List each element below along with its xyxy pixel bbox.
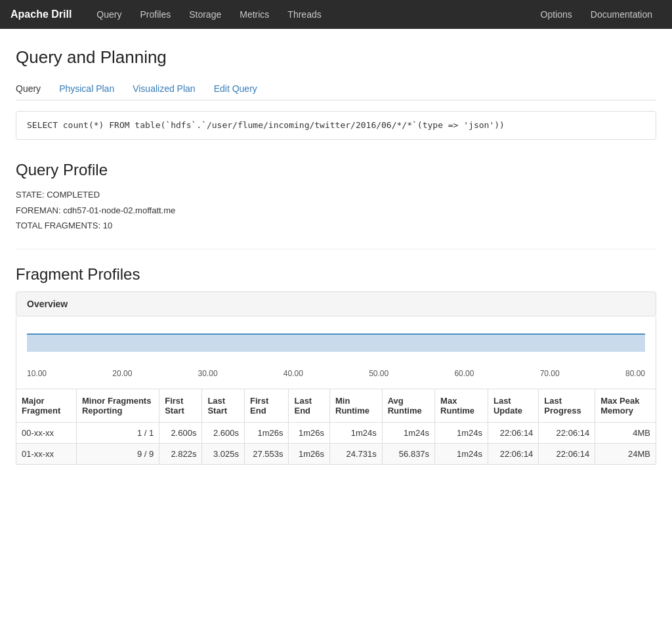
tabs: Query Physical Plan Visualized Plan Edit… bbox=[16, 78, 656, 100]
axis-label-2: 20.00 bbox=[112, 369, 132, 378]
tab-edit-query[interactable]: Edit Query bbox=[205, 78, 266, 100]
state-label: STATE: bbox=[16, 190, 45, 200]
row-0-cell-0: 00-xx-xx bbox=[16, 423, 77, 444]
overview-header: Overview bbox=[16, 291, 656, 316]
brand-logo: Apache Drill bbox=[10, 9, 72, 20]
row-1-cell-0: 01-xx-xx bbox=[16, 444, 77, 465]
table-row: 01-xx-xx9 / 92.822s3.025s27.553s1m26s24.… bbox=[16, 444, 656, 465]
col-header-max-runtime: Max Runtime bbox=[435, 389, 488, 423]
row-0-cell-9: 22:06:14 bbox=[488, 423, 538, 444]
nav-options[interactable]: Options bbox=[532, 0, 581, 29]
row-1-cell-7: 56.837s bbox=[382, 444, 434, 465]
nav-metrics[interactable]: Metrics bbox=[230, 0, 278, 29]
axis-label-7: 70.00 bbox=[540, 369, 560, 378]
row-1-cell-8: 1m24s bbox=[435, 444, 488, 465]
col-header-last-start: Last Start bbox=[202, 389, 245, 423]
row-1-cell-2: 2.822s bbox=[159, 444, 202, 465]
row-1-cell-5: 1m26s bbox=[289, 444, 330, 465]
table-body: 00-xx-xx1 / 12.600s2.600s1m26s1m26s1m24s… bbox=[16, 423, 656, 465]
row-1-cell-11: 24MB bbox=[595, 444, 656, 465]
row-0-cell-2: 2.600s bbox=[159, 423, 202, 444]
foreman-value: cdh57-01-node-02.moffatt.me bbox=[63, 205, 175, 215]
col-header-first-end: First End bbox=[245, 389, 289, 423]
tab-physical-plan[interactable]: Physical Plan bbox=[50, 78, 123, 100]
main-content: Query and Planning Query Physical Plan V… bbox=[0, 29, 672, 483]
nav-storage[interactable]: Storage bbox=[180, 0, 230, 29]
profile-info: STATE: COMPLETED FOREMAN: cdh57-01-node-… bbox=[16, 187, 656, 233]
row-0-cell-1: 1 / 1 bbox=[76, 423, 159, 444]
nav-links: Query Profiles Storage Metrics Threads bbox=[87, 0, 531, 29]
col-header-minor-fragments: Minor Fragments Reporting bbox=[76, 389, 159, 423]
foreman-label: FOREMAN: bbox=[16, 205, 61, 215]
col-header-last-end: Last End bbox=[289, 389, 330, 423]
state-value: COMPLETED bbox=[47, 190, 100, 200]
axis-label-1: 10.00 bbox=[27, 369, 47, 378]
divider bbox=[16, 249, 656, 249]
navbar: Apache Drill Query Profiles Storage Metr… bbox=[0, 0, 672, 29]
query-profile-section: Query Profile STATE: COMPLETED FOREMAN: … bbox=[16, 161, 656, 233]
nav-query[interactable]: Query bbox=[87, 0, 131, 29]
row-1-cell-1: 9 / 9 bbox=[76, 444, 159, 465]
row-0-cell-4: 1m26s bbox=[245, 423, 289, 444]
axis-label-5: 50.00 bbox=[369, 369, 388, 378]
state-line: STATE: COMPLETED bbox=[16, 187, 656, 202]
row-1-cell-10: 22:06:14 bbox=[539, 444, 595, 465]
row-1-cell-6: 24.731s bbox=[330, 444, 383, 465]
table-header-row: Major Fragment Minor Fragments Reporting… bbox=[16, 389, 656, 423]
col-header-avg-runtime: Avg Runtime bbox=[382, 389, 434, 423]
axis-label-8: 80.00 bbox=[625, 369, 645, 378]
col-header-max-peak-memory: Max Peak Memory bbox=[595, 389, 656, 423]
query-text-box: SELECT count(*) FROM table(`hdfs`.`/user… bbox=[16, 111, 656, 140]
fragments-value: 10 bbox=[103, 221, 112, 230]
chart-container bbox=[27, 327, 645, 366]
col-header-first-start: First Start bbox=[159, 389, 202, 423]
fragments-line: TOTAL FRAGMENTS: 10 bbox=[16, 218, 656, 233]
row-1-cell-3: 3.025s bbox=[202, 444, 245, 465]
table-row: 00-xx-xx1 / 12.600s2.600s1m26s1m26s1m24s… bbox=[16, 423, 656, 444]
col-header-last-progress: Last Progress bbox=[539, 389, 595, 423]
row-0-cell-6: 1m24s bbox=[330, 423, 383, 444]
nav-right: Options Documentation bbox=[532, 0, 662, 29]
chart-bar bbox=[27, 333, 645, 352]
nav-threads[interactable]: Threads bbox=[278, 0, 330, 29]
page-title: Query and Planning bbox=[16, 47, 656, 68]
fragment-profiles-title: Fragment Profiles bbox=[16, 265, 656, 284]
chart-axis-labels: 10.00 20.00 30.00 40.00 50.00 60.00 70.0… bbox=[27, 369, 645, 378]
axis-label-4: 40.00 bbox=[284, 369, 303, 378]
tab-visualized-plan[interactable]: Visualized Plan bbox=[123, 78, 204, 100]
row-1-cell-9: 22:06:14 bbox=[488, 444, 538, 465]
axis-label-3: 30.00 bbox=[198, 369, 218, 378]
fragments-label: TOTAL FRAGMENTS: bbox=[16, 221, 100, 230]
chart-area: 10.00 20.00 30.00 40.00 50.00 60.00 70.0… bbox=[16, 316, 656, 389]
query-profile-title: Query Profile bbox=[16, 161, 656, 179]
nav-documentation[interactable]: Documentation bbox=[581, 0, 662, 29]
fragment-table: Major Fragment Minor Fragments Reporting… bbox=[16, 389, 656, 465]
row-0-cell-5: 1m26s bbox=[289, 423, 330, 444]
row-0-cell-11: 4MB bbox=[595, 423, 656, 444]
col-header-major-fragment: Major Fragment bbox=[16, 389, 77, 423]
foreman-line: FOREMAN: cdh57-01-node-02.moffatt.me bbox=[16, 203, 656, 218]
row-0-cell-7: 1m24s bbox=[382, 423, 434, 444]
axis-label-6: 60.00 bbox=[454, 369, 474, 378]
nav-profiles[interactable]: Profiles bbox=[131, 0, 180, 29]
row-0-cell-10: 22:06:14 bbox=[539, 423, 595, 444]
col-header-last-update: Last Update bbox=[488, 389, 538, 423]
row-1-cell-4: 27.553s bbox=[245, 444, 289, 465]
col-header-min-runtime: Min Runtime bbox=[330, 389, 383, 423]
row-0-cell-8: 1m24s bbox=[435, 423, 488, 444]
row-0-cell-3: 2.600s bbox=[202, 423, 245, 444]
tab-query[interactable]: Query bbox=[16, 78, 50, 100]
fragment-profiles-section: Fragment Profiles Overview 10.00 20.00 3… bbox=[16, 265, 656, 465]
